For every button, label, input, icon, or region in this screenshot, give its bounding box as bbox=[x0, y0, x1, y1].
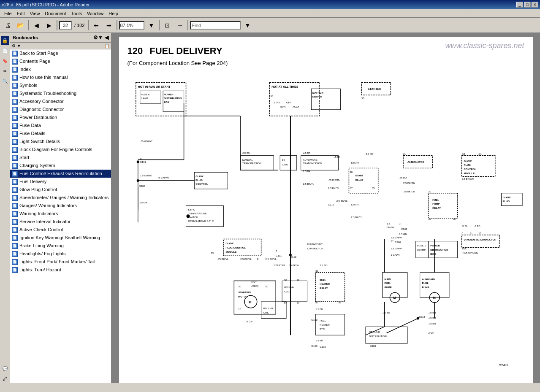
sidebar-item-how-to-use[interactable]: 📄How to use this manual bbox=[10, 73, 111, 81]
bookmark-label-accessory: Accessory Connector bbox=[19, 98, 109, 104]
sidebar-item-fuse-details[interactable]: 📄Fuse Details bbox=[10, 130, 111, 138]
svg-text:FUSE 6: FUSE 6 bbox=[141, 93, 149, 96]
bookmark-icon-light-switch: 📄 bbox=[12, 139, 18, 145]
zoom-input[interactable] bbox=[119, 21, 144, 30]
sidebar-item-gauges-warning[interactable]: 📄Gauges/ Warning Indicators bbox=[10, 202, 111, 210]
sidebar-item-brake-lining[interactable]: 📄Brake Lining Warning bbox=[10, 242, 111, 250]
minimize-button[interactable]: _ bbox=[516, 2, 523, 8]
svg-text:1.5 GN/WT: 1.5 GN/WT bbox=[140, 174, 152, 177]
sidebar-item-lights-turn[interactable]: 📄Lights: Turn/ Hazard bbox=[10, 266, 111, 274]
nav-icon-lock[interactable]: 🔒 bbox=[1, 36, 9, 45]
find-dropdown-button[interactable]: ▼ bbox=[242, 19, 253, 31]
print-button[interactable]: 🖨 bbox=[2, 19, 14, 31]
sidebar-item-warning-ind[interactable]: 📄Warning Indicators bbox=[10, 210, 111, 218]
nav-icon-pencil[interactable]: ✏ bbox=[1, 67, 9, 75]
nav-icon-bookmark[interactable]: 🔖 bbox=[1, 57, 9, 65]
page-number-input[interactable] bbox=[59, 21, 72, 30]
svg-text:2.5 BK/YL: 2.5 BK/YL bbox=[240, 258, 252, 260]
svg-text:C1: C1 bbox=[478, 153, 482, 155]
sidebar-item-ignition-key[interactable]: 📄Ignition Key Warning/ Seatbelt Warning bbox=[10, 234, 111, 242]
sidebar-settings-button[interactable]: ⚙▼ bbox=[93, 35, 103, 41]
forward-button[interactable]: ▶ bbox=[43, 19, 55, 31]
svg-text:FUEL: FUEL bbox=[432, 199, 439, 201]
svg-text:PLUG: PLUG bbox=[502, 200, 510, 203]
sidebar-item-service-interval[interactable]: 📄Service Interval Indicator bbox=[10, 218, 111, 226]
sidebar-item-symbols[interactable]: 📄Symbols bbox=[10, 81, 111, 89]
svg-text:1.5: 1.5 bbox=[386, 222, 390, 225]
sidebar-item-accessory[interactable]: 📄Accessory Connector bbox=[10, 97, 111, 105]
sidebar-item-speedometer[interactable]: 📄Speedometer/ Gauges / Warning Indicator… bbox=[10, 194, 111, 202]
sidebar-item-start[interactable]: 📄Start bbox=[10, 154, 111, 162]
sidebar-item-systematic[interactable]: 📄Systematic Troubleshooting bbox=[10, 89, 111, 97]
svg-text:DISTRIBUTION: DISTRIBUTION bbox=[164, 97, 182, 100]
zoom-dropdown-button[interactable]: ▼ bbox=[145, 19, 157, 31]
title-bar-buttons[interactable]: _ □ ✕ bbox=[516, 2, 538, 8]
menu-tools[interactable]: Tools bbox=[69, 10, 85, 17]
bookmark-label-glow-plug: Glow Plug Control bbox=[19, 187, 109, 192]
open-button[interactable]: 📂 bbox=[14, 19, 26, 31]
sidebar-item-block-diagram[interactable]: 📄Block Diagram For Engine Controls bbox=[10, 146, 111, 154]
svg-text:PTC: PTC bbox=[320, 328, 325, 330]
close-button[interactable]: ✕ bbox=[532, 2, 538, 8]
sidebar-item-lights-front[interactable]: 📄Lights: Front Park/ Front Marker/ Tail bbox=[10, 258, 111, 266]
bookmark-label-lights-turn: Lights: Turn/ Hazard bbox=[19, 267, 109, 273]
menu-edit[interactable]: Edit bbox=[14, 10, 27, 17]
nav-icon-page[interactable]: 📄 bbox=[1, 46, 9, 55]
diagram-title: FUEL DELIVERY bbox=[149, 46, 222, 57]
sidebar-item-diagnostic[interactable]: 📄Diagnostic Connector bbox=[10, 105, 111, 114]
svg-text:1.5 BK: 1.5 BK bbox=[315, 308, 323, 311]
svg-text:TEMPERATURE: TEMPERATURE bbox=[188, 212, 206, 215]
sidebar-item-power-dist[interactable]: 📄Power Distribution bbox=[10, 114, 111, 122]
bookmark-icon-ignition-key: 📄 bbox=[12, 235, 18, 241]
svg-text:HOT AT ALL TIMES: HOT AT ALL TIMES bbox=[271, 85, 298, 88]
next-page-button[interactable]: ➡ bbox=[103, 19, 115, 31]
svg-text:OPENS ABOVE 5.5° C: OPENS ABOVE 5.5° C bbox=[188, 220, 214, 222]
sidebar-options-button[interactable]: ⚙ ▼ bbox=[12, 43, 21, 48]
sidebar-item-glow-plug[interactable]: 📄Glow Plug Control bbox=[10, 186, 111, 194]
fit-page-button[interactable]: ⊡ bbox=[161, 19, 173, 31]
nav-icon-pen[interactable]: 🖊 bbox=[1, 374, 9, 383]
sidebar-item-charging[interactable]: 📄Charging System bbox=[10, 162, 111, 170]
svg-text:27: 27 bbox=[391, 240, 393, 243]
sidebar-view-button[interactable]: 📋 bbox=[104, 43, 109, 48]
sidebar-item-active-check[interactable]: 📄Active Check Control bbox=[10, 226, 111, 234]
svg-text:S318: S318 bbox=[419, 316, 425, 318]
sidebar-collapse-button[interactable]: ◀ bbox=[105, 35, 109, 41]
pdf-area[interactable]: www.classic-spares.net 120 FUEL DELIVERY… bbox=[111, 33, 540, 383]
svg-text:GLOW: GLOW bbox=[464, 160, 472, 162]
menu-help[interactable]: Help bbox=[106, 10, 121, 17]
sidebar-item-fuse-data[interactable]: 📄Fuse Data bbox=[10, 122, 111, 130]
prev-page-button[interactable]: ⬅ bbox=[90, 19, 102, 31]
sidebar-item-index[interactable]: 📄Index bbox=[10, 65, 111, 73]
svg-text:PLUG: PLUG bbox=[464, 164, 471, 166]
nav-icon-search[interactable]: 🔍 bbox=[1, 77, 9, 85]
svg-text:.75 GN: .75 GN bbox=[139, 201, 147, 204]
sidebar-item-headlights[interactable]: 📄Headlights/ Fog Lights bbox=[10, 250, 111, 258]
back-button[interactable]: ◀ bbox=[30, 19, 42, 31]
sidebar-item-fuel-control[interactable]: 📄Fuel Control/ Exhaust Gas Recirculation bbox=[10, 170, 111, 178]
svg-text:BOX: BOX bbox=[164, 101, 169, 103]
sidebar-item-light-switch[interactable]: 📄Light Switch Details bbox=[10, 138, 111, 146]
sidebar-item-fuel-delivery[interactable]: 📄Fuel Delivery bbox=[10, 178, 111, 186]
svg-text:HOLD-IN: HOLD-IN bbox=[284, 286, 294, 289]
svg-text:MAIN: MAIN bbox=[384, 278, 391, 281]
svg-text:87: 87 bbox=[350, 187, 353, 189]
menu-window[interactable]: Window bbox=[84, 10, 106, 17]
sidebar-item-contents[interactable]: 📄Contents Page bbox=[10, 57, 111, 65]
svg-text:5.5° C: 5.5° C bbox=[188, 208, 195, 211]
bookmark-icon-lights-turn: 📄 bbox=[12, 267, 18, 273]
svg-text:M: M bbox=[248, 300, 251, 304]
maximize-button[interactable]: □ bbox=[524, 2, 531, 8]
menu-view[interactable]: View bbox=[27, 10, 43, 17]
fit-width-button[interactable]: ↔ bbox=[174, 19, 186, 31]
menu-file[interactable]: File bbox=[2, 10, 14, 17]
nav-icon-comment[interactable]: 💬 bbox=[1, 364, 9, 373]
svg-text:DISTRIBUTION: DISTRIBUTION bbox=[430, 249, 448, 251]
sidebar-item-back-to-start[interactable]: 📄Back to Start Page bbox=[10, 49, 111, 57]
svg-text:.5 YL: .5 YL bbox=[461, 224, 467, 227]
find-input[interactable] bbox=[190, 21, 241, 30]
svg-text:.75 GN: .75 GN bbox=[244, 320, 252, 323]
svg-text:.5 BK: .5 BK bbox=[334, 156, 340, 158]
svg-text:CONTROL: CONTROL bbox=[195, 183, 208, 185]
menu-document[interactable]: Document bbox=[42, 10, 68, 17]
